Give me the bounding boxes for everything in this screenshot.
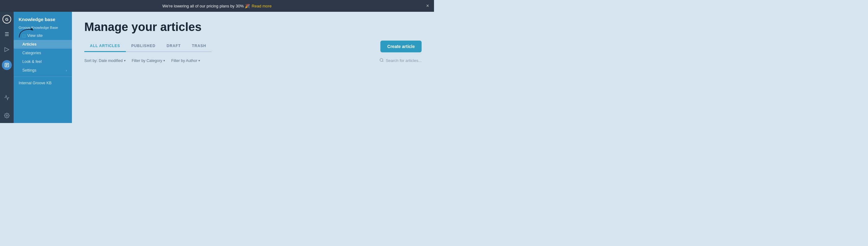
logo-letter: G — [5, 17, 8, 22]
tabs-container: ALL ARTICLES PUBLISHED DRAFT TRASH — [84, 41, 212, 52]
view-site-icon: ⬚ — [22, 34, 25, 38]
svg-line-8 — [382, 61, 383, 62]
sort-filter[interactable]: Sort by: Date modified ▾ — [84, 59, 126, 63]
author-label: Filter by Author — [171, 59, 197, 63]
create-article-button[interactable]: Create article — [380, 40, 422, 52]
filters-row: Sort by: Date modified ▾ Filter by Categ… — [84, 58, 422, 63]
search-icon — [379, 58, 384, 63]
sidebar-item-categories[interactable]: Categories — [13, 49, 72, 57]
sidebar-item-view-site[interactable]: ⬚ View site — [13, 31, 72, 40]
tabs-and-button-row: ALL ARTICLES PUBLISHED DRAFT TRASH Creat… — [84, 40, 422, 52]
settings-icon[interactable] — [2, 111, 12, 121]
settings-chevron-icon: › — [66, 68, 67, 72]
category-label: Filter by Category — [132, 59, 162, 63]
navigation-icon[interactable] — [2, 44, 12, 55]
page-title: Manage your articles — [84, 21, 422, 34]
category-filter[interactable]: Filter by Category ▾ — [132, 59, 165, 63]
hamburger-icon[interactable]: ☰ — [2, 29, 12, 39]
announcement-bar: We're lowering all of our pricing plans … — [0, 0, 434, 12]
sidebar-item-internal-kb[interactable]: Internal Groove KB — [13, 79, 72, 87]
sidebar-item-settings[interactable]: Settings › — [13, 66, 72, 75]
look-feel-label: Look & feel — [22, 60, 42, 64]
tab-trash[interactable]: TRASH — [186, 41, 212, 52]
sidebar-kb-name: Groove Knowledge Base — [13, 25, 72, 31]
category-chevron-icon: ▾ — [163, 59, 165, 62]
categories-label: Categories — [22, 51, 41, 55]
search-area: Search for articles... — [379, 58, 422, 63]
search-placeholder[interactable]: Search for articles... — [385, 58, 422, 63]
sidebar-item-articles[interactable]: Articles — [13, 40, 72, 49]
author-chevron-icon: ▾ — [198, 59, 200, 62]
sidebar-item-look-feel[interactable]: Look & feel — [13, 57, 72, 66]
sort-label: Sort by: Date modified — [84, 59, 123, 63]
tab-all-articles[interactable]: ALL ARTICLES — [84, 41, 126, 52]
tab-draft[interactable]: DRAFT — [161, 41, 186, 52]
sidebar-item-view-site-label: View site — [27, 33, 43, 38]
announcement-text: We're lowering all of our pricing plans … — [162, 4, 250, 8]
main-content: Manage your articles ALL ARTICLES PUBLIS… — [72, 12, 434, 123]
svg-marker-0 — [5, 48, 9, 52]
sidebar-divider — [13, 76, 72, 77]
internal-kb-label: Internal Groove KB — [19, 81, 52, 85]
author-filter[interactable]: Filter by Author ▾ — [171, 59, 200, 63]
sidebar-section-title: Knowledge base — [13, 16, 72, 25]
activity-icon[interactable] — [2, 93, 12, 102]
articles-label: Articles — [22, 42, 37, 47]
articles-icon[interactable] — [2, 60, 12, 70]
main-layout: G ☰ — [0, 12, 434, 123]
tab-published[interactable]: PUBLISHED — [126, 41, 161, 52]
logo-icon: G — [2, 15, 11, 24]
sidebar: Knowledge base Groove Knowledge Base ⬚ V… — [13, 12, 72, 123]
read-more-link[interactable]: Read more — [252, 4, 272, 8]
icon-rail: G ☰ — [0, 12, 13, 123]
svg-point-7 — [380, 59, 383, 61]
announcement-close-button[interactable]: × — [426, 3, 429, 9]
svg-point-5 — [6, 115, 8, 117]
sort-chevron-icon: ▾ — [124, 59, 126, 62]
settings-label: Settings — [22, 68, 36, 72]
